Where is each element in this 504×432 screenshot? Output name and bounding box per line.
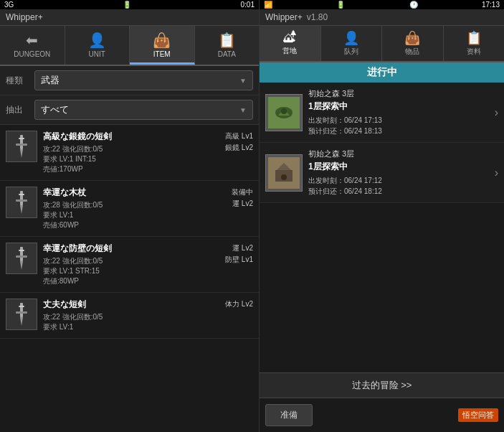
right-nav-camp[interactable]: 🏕 営地 — [260, 26, 321, 61]
item-thumb — [6, 187, 37, 218]
item-info: 高級な銀鏡の短剣攻:22 強化回数:0/5 要求 LV:1 INT:15 売値:… — [43, 131, 210, 174]
nav-data-label: DATA — [218, 50, 236, 58]
item-stats: 攻:22 強化回数:0/5 要求 LV:1 — [43, 312, 210, 332]
svg-rect-11 — [19, 250, 24, 251]
item-name: 幸運な防壁の短剣 — [43, 243, 210, 255]
right-app-title: Whipper+ — [265, 12, 303, 22]
dungeon-time: 出发时刻：06/24 17:13 预计归还：06/24 18:13 — [308, 115, 492, 136]
prepare-button[interactable]: 准備 — [265, 404, 313, 426]
item-info: 幸運な木杖攻:28 強化回数:0/5 要求 LV:1 売値:60WP — [43, 187, 210, 230]
svg-marker-6 — [20, 205, 23, 214]
filter-extract-row: 抽出 すべて ▼ — [0, 95, 259, 125]
right-nav: 🏕 営地 👤 队列 👜 物品 📋 资料 — [260, 26, 504, 62]
item-tag: 高級 Lv1 銀鏡 Lv2 — [210, 131, 253, 154]
item-stats: 攻:22 強化回数:0/5 要求 LV:1 INT:15 売値:170WP — [43, 144, 210, 174]
dungeon-thumb — [265, 154, 303, 192]
dungeon-card[interactable]: 初始之森 3层1层探索中出发时刻：06/24 17:13 预计归还：06/24 … — [260, 83, 504, 143]
svg-point-18 — [281, 108, 287, 114]
item-name: 丈夫な短剣 — [43, 299, 210, 311]
dungeon-card[interactable]: 初始之森 3层1层探索中出发时刻：06/24 17:12 预计归还：06/24 … — [260, 143, 504, 203]
nav-unit[interactable]: 👤 UNIT — [65, 26, 130, 65]
dungeon-info: 初始之森 3层1层探索中出发时刻：06/24 17:13 预计归还：06/24 … — [308, 88, 492, 136]
right-nav-items[interactable]: 👜 物品 — [382, 26, 444, 61]
item-icon: 👜 — [153, 32, 171, 49]
svg-rect-1 — [16, 144, 27, 146]
dungeon-list: 初始之森 3层1层探索中出发时刻：06/24 17:13 预计归还：06/24 … — [260, 83, 504, 203]
squad-label: 队列 — [344, 47, 358, 57]
filter-type-select[interactable]: 武器 ▼ — [34, 70, 253, 90]
item-entry[interactable]: 幸運な防壁の短剣攻:22 強化回数:0/5 要求 LV:1 STR:15 売値:… — [0, 237, 259, 293]
svg-rect-4 — [20, 191, 23, 205]
filter-extract-select[interactable]: すべて ▼ — [34, 100, 253, 120]
app-title-left: Whipper+ — [0, 9, 259, 26]
svg-rect-5 — [16, 199, 27, 202]
nav-dungeon[interactable]: ⬅ DUNGEON — [0, 26, 65, 65]
item-info: 丈夫な短剣攻:22 強化回数:0/5 要求 LV:1 — [43, 299, 210, 332]
time-right: 17:13 — [482, 1, 500, 9]
svg-rect-0 — [20, 135, 23, 149]
battery-icon-left: 🔋 — [123, 1, 131, 9]
chevron-right-icon: › — [495, 166, 498, 179]
svg-rect-3 — [19, 138, 24, 139]
item-list: 高級な銀鏡の短剣攻:22 強化回数:0/5 要求 LV:1 INT:15 売値:… — [0, 125, 259, 432]
unit-icon: 👤 — [88, 32, 106, 49]
filter-extract-value: すべて — [41, 103, 69, 116]
item-tag: 体力 Lv2 — [210, 299, 253, 310]
dungeon-name: 初始之森 3层 — [308, 149, 492, 159]
nav-item-label: ITEM — [153, 50, 171, 58]
filter-type-arrow: ▼ — [239, 77, 247, 85]
items-icon: 👜 — [404, 30, 420, 46]
item-thumb — [6, 131, 37, 162]
item-thumb — [6, 243, 37, 274]
item-entry[interactable]: 幸運な木杖攻:28 強化回数:0/5 要求 LV:1 売値:60WP装備中 運 … — [0, 181, 259, 237]
item-entry[interactable]: 高級な銀鏡の短剣攻:22 強化回数:0/5 要求 LV:1 INT:15 売値:… — [0, 125, 259, 181]
svg-rect-8 — [20, 247, 23, 261]
camp-icon: 🏕 — [283, 30, 296, 45]
item-stats: 攻:22 強化回数:0/5 要求 LV:1 STR:15 売値:80WP — [43, 256, 210, 286]
filter-type-row: 種類 武器 ▼ — [0, 66, 259, 95]
svg-rect-7 — [19, 194, 24, 195]
svg-marker-2 — [20, 149, 23, 158]
nav-unit-label: UNIT — [89, 50, 105, 58]
svg-rect-13 — [16, 311, 27, 314]
svg-marker-14 — [20, 317, 23, 326]
left-panel: 3G 🔋 0:01 Whipper+ ⬅ DUNGEON 👤 UNIT 👜 IT… — [0, 0, 260, 432]
dungeon-status: 1层探索中 — [308, 161, 492, 173]
items-label: 物品 — [405, 47, 419, 57]
item-entry[interactable]: 丈夫な短剣攻:22 強化回数:0/5 要求 LV:1体力 Lv2 — [0, 293, 259, 339]
item-info: 幸運な防壁の短剣攻:22 強化回数:0/5 要求 LV:1 STR:15 売値:… — [43, 243, 210, 286]
nav-data[interactable]: 📋 DATA — [195, 26, 260, 65]
past-adventures-btn[interactable]: 过去的冒险 >> — [260, 372, 504, 398]
svg-rect-9 — [16, 255, 27, 258]
right-nav-squad[interactable]: 👤 队列 — [321, 26, 383, 61]
squad-icon: 👤 — [343, 30, 359, 46]
nav-item[interactable]: 👜 ITEM — [130, 26, 195, 65]
svg-rect-12 — [20, 303, 23, 317]
right-panel: 📶 🔋 🕐 17:13 Whipper+ v1.80 🏕 営地 👤 队列 👜 物… — [260, 0, 504, 432]
dungeon-thumb — [265, 94, 303, 131]
dungeon-status: 1层探索中 — [308, 100, 492, 113]
filter-extract-label: 抽出 — [6, 104, 34, 116]
right-data-label: 资料 — [467, 47, 481, 57]
item-thumb — [6, 299, 37, 330]
status-bar-left: 3G 🔋 0:01 — [0, 0, 259, 9]
status-bar-right: 📶 🔋 🕐 17:13 — [260, 0, 504, 9]
item-tag: 運 Lv2 防壁 Lv1 — [210, 243, 253, 266]
right-data-icon: 📋 — [466, 30, 482, 46]
prepare-row: 准備 悟空问答 — [260, 398, 504, 432]
clock-icon: 🕐 — [409, 1, 418, 9]
nav-dungeon-label: DUNGEON — [14, 50, 50, 58]
item-tag: 装備中 運 Lv2 — [210, 187, 253, 210]
right-nav-data[interactable]: 📋 资料 — [444, 26, 505, 61]
item-name: 高級な銀鏡の短剣 — [43, 131, 210, 143]
section-header: 进行中 — [260, 62, 504, 83]
camp-label: 営地 — [282, 46, 297, 56]
svg-point-22 — [281, 174, 287, 180]
watermark: 悟空问答 — [458, 408, 498, 422]
signal-text: 3G — [4, 1, 14, 9]
item-name: 幸運な木杖 — [43, 187, 210, 199]
filter-extract-arrow: ▼ — [239, 106, 247, 114]
svg-rect-15 — [19, 306, 24, 307]
right-app-version: v1.80 — [307, 12, 328, 22]
dungeon-time: 出发时刻：06/24 17:12 预计归还：06/24 18:12 — [308, 175, 492, 197]
